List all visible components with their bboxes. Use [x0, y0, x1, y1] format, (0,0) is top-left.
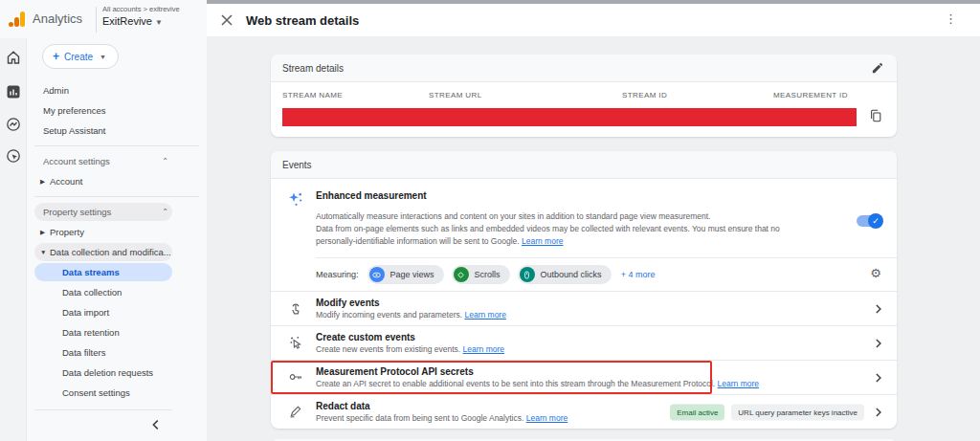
- collapse-nav-icon[interactable]: [149, 418, 163, 431]
- plus-icon: +: [53, 50, 59, 63]
- redact-pencil-icon: [288, 404, 303, 419]
- magic-cursor-icon: [288, 335, 303, 350]
- learn-more-link[interactable]: Learn more: [718, 379, 759, 388]
- column-header-measurement-id: MEASUREMENT ID: [773, 91, 848, 99]
- stream-details-title: Stream details: [282, 63, 344, 74]
- product-name: Analytics: [33, 11, 82, 26]
- divider: [34, 409, 172, 410]
- sidebar-section-property-settings[interactable]: Property settings⌃: [27, 202, 207, 222]
- tree-collapse-icon[interactable]: ▼: [40, 249, 50, 255]
- row-measurement-protocol-api-secrets[interactable]: Measurement Protocol API secrets Create …: [271, 360, 897, 394]
- sidebar-item-admin[interactable]: Admin: [27, 80, 207, 100]
- learn-more-link[interactable]: Learn more: [463, 344, 504, 354]
- admin-nav: + Create ▼ Admin My preferences Setup As…: [27, 38, 207, 441]
- edit-pencil-icon[interactable]: [871, 62, 883, 75]
- learn-more-link[interactable]: Learn more: [522, 236, 563, 246]
- kebab-menu-icon[interactable]: ⋮: [945, 11, 957, 26]
- account-switcher[interactable]: ExitRevive ▼: [102, 15, 163, 27]
- redacted-values-bar: [282, 108, 857, 126]
- page-title: Web stream details: [246, 13, 359, 28]
- chevron-down-icon: ▼: [100, 54, 106, 60]
- enhanced-measurement-description: Automatically measure interactions and c…: [316, 210, 795, 248]
- column-header-stream-url: STREAM URL: [429, 91, 482, 99]
- tree-expand-icon[interactable]: ▶: [40, 178, 50, 186]
- column-header-stream-name: STREAM NAME: [282, 91, 343, 99]
- dialog-header: Web stream details ⋮: [207, 4, 980, 36]
- chevron-up-icon: ⌃: [162, 208, 168, 216]
- divider: [34, 145, 199, 146]
- sidebar-item-data-import[interactable]: Data import: [27, 302, 207, 322]
- close-icon[interactable]: [220, 13, 234, 27]
- sidebar-item-data-retention[interactable]: Data retention: [27, 322, 207, 342]
- divider: [34, 196, 199, 197]
- dialog-content: Stream details STREAM NAME STREAM URL ST…: [207, 36, 980, 441]
- nav-list: Admin My preferences Setup Assistant Acc…: [27, 80, 207, 403]
- row-title: Create custom events: [316, 332, 858, 342]
- events-title: Events: [282, 160, 312, 170]
- learn-more-link[interactable]: Learn more: [464, 310, 505, 320]
- analytics-logo-icon: [8, 11, 27, 28]
- mouse-icon: [520, 267, 535, 282]
- enhanced-measurement-toggle[interactable]: ✓: [857, 215, 881, 227]
- divider: [96, 7, 97, 33]
- column-header-stream-id: STREAM ID: [622, 91, 667, 99]
- chip-page-views[interactable]: Page views: [368, 265, 444, 284]
- copy-icon[interactable]: [869, 109, 882, 122]
- chevron-right-icon[interactable]: [872, 371, 884, 384]
- measuring-row: Measuring: Page views Scrolls: [271, 258, 897, 291]
- main-panel: Web stream details ⋮ Stream details STRE…: [207, 0, 980, 441]
- row-modify-events[interactable]: Modify events Modify incoming events and…: [271, 291, 897, 325]
- sidebar-item-account[interactable]: ▶Account: [27, 171, 207, 191]
- stream-details-header: Stream details: [271, 55, 897, 82]
- chip-scrolls[interactable]: Scrolls: [452, 265, 510, 284]
- row-title: Modify events: [316, 298, 858, 308]
- create-button-label: Create: [64, 52, 93, 62]
- explore-icon[interactable]: [6, 117, 21, 132]
- status-badge-email-active: Email active: [670, 404, 724, 420]
- sidebar-item-data-deletion-requests[interactable]: Data deletion requests: [27, 363, 207, 383]
- row-create-custom-events[interactable]: Create custom events Create new events f…: [271, 325, 897, 360]
- sidebar-item-my-preferences[interactable]: My preferences: [27, 100, 207, 121]
- tree-expand-icon[interactable]: ▶: [40, 229, 50, 236]
- enhanced-measurement-section: Enhanced measurement Automatically measu…: [271, 179, 897, 257]
- row-redact-data[interactable]: Redact data Prevent specific data from b…: [271, 394, 897, 429]
- sidebar-item-property[interactable]: ▶Property: [27, 222, 207, 242]
- sidebar-item-setup-assistant[interactable]: Setup Assistant: [27, 121, 207, 141]
- advertising-icon[interactable]: [6, 148, 21, 164]
- gear-icon[interactable]: ⚙: [870, 267, 881, 279]
- events-card: Events Enhanced measurement Automaticall…: [271, 151, 897, 429]
- learn-more-link[interactable]: Learn more: [526, 413, 568, 423]
- status-badge-url-query-inactive: URL query parameter keys inactive: [731, 404, 864, 420]
- measuring-label: Measuring:: [316, 270, 359, 279]
- row-description: Modify incoming events and parameters. L…: [316, 310, 858, 320]
- stream-details-body: STREAM NAME STREAM URL STREAM ID MEASURE…: [271, 82, 897, 137]
- reports-icon[interactable]: [6, 84, 21, 99]
- home-icon[interactable]: [6, 50, 21, 65]
- sidebar-item-data-streams[interactable]: Data streams: [27, 262, 207, 282]
- sidebar-item-data-filters[interactable]: Data filters: [27, 342, 207, 363]
- chevron-right-icon[interactable]: [872, 406, 884, 418]
- sidebar-item-data-collection-modification[interactable]: ▼Data collection and modifica...: [27, 242, 207, 262]
- scroll-icon: [454, 267, 469, 282]
- sidebar-item-consent-settings[interactable]: Consent settings: [27, 383, 207, 403]
- breadcrumb: All accounts > exitrevive: [102, 5, 180, 13]
- enhanced-measurement-title: Enhanced measurement: [316, 190, 881, 201]
- gesture-icon: [288, 300, 303, 316]
- sidebar-item-data-collection[interactable]: Data collection: [27, 282, 207, 302]
- chip-outbound-clicks[interactable]: Outbound clicks: [518, 265, 612, 284]
- chevron-right-icon[interactable]: [872, 337, 884, 349]
- chevron-up-icon: ⌃: [162, 157, 168, 165]
- brand-bar: Analytics All accounts > exitrevive Exit…: [0, 0, 207, 38]
- left-panel: Analytics All accounts > exitrevive Exit…: [0, 0, 207, 441]
- chevron-right-icon[interactable]: [872, 302, 884, 315]
- chevron-down-icon: ▼: [155, 18, 163, 27]
- more-events-link[interactable]: + 4 more: [621, 270, 656, 279]
- key-icon: [288, 369, 303, 385]
- create-button[interactable]: + Create ▼: [42, 44, 119, 69]
- row-description: Create new events from existing events. …: [316, 344, 858, 354]
- stream-details-card: Stream details STREAM NAME STREAM URL ST…: [271, 55, 897, 137]
- sparkle-icon: [287, 190, 304, 208]
- sidebar-section-account-settings[interactable]: Account settings⌃: [27, 151, 207, 171]
- toggle-check-icon: ✓: [868, 213, 883, 229]
- redact-status-badges: Email active URL query parameter keys in…: [670, 404, 864, 420]
